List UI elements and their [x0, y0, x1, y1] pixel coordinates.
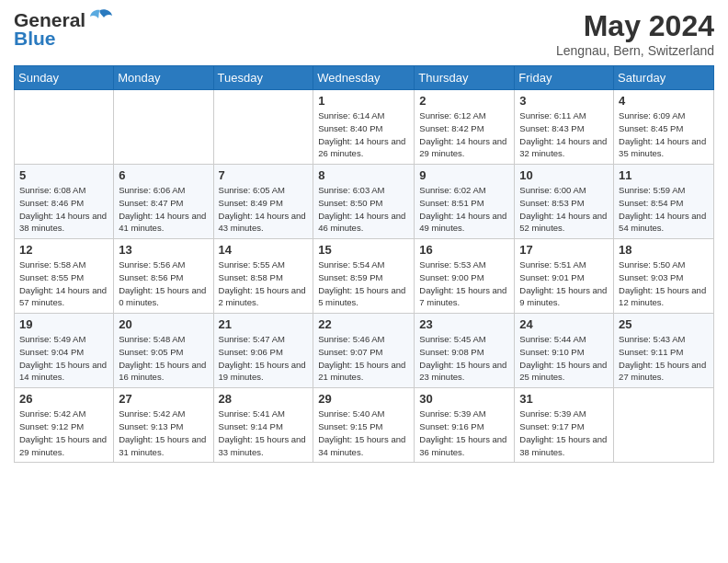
day-number: 4 [619, 94, 709, 108]
day-number: 5 [19, 168, 108, 182]
day-cell [114, 90, 213, 165]
day-info: Sunrise: 5:47 AMSunset: 9:06 PMDaylight:… [219, 333, 309, 384]
day-number: 3 [519, 94, 609, 108]
day-number: 12 [19, 243, 108, 257]
day-number: 18 [619, 243, 709, 257]
day-info: Sunrise: 6:08 AMSunset: 8:46 PMDaylight:… [19, 184, 108, 235]
day-info: Sunrise: 5:43 AMSunset: 9:11 PMDaylight:… [619, 333, 709, 384]
day-cell: 3Sunrise: 6:11 AMSunset: 8:43 PMDaylight… [515, 90, 614, 165]
day-cell: 25Sunrise: 5:43 AMSunset: 9:11 PMDayligh… [614, 314, 714, 388]
day-number: 29 [318, 392, 409, 406]
week-row-2: 5Sunrise: 6:08 AMSunset: 8:46 PMDaylight… [15, 165, 714, 239]
day-number: 24 [519, 317, 609, 331]
day-cell: 22Sunrise: 5:46 AMSunset: 9:07 PMDayligh… [313, 314, 415, 388]
day-number: 8 [318, 168, 409, 182]
day-info: Sunrise: 5:51 AMSunset: 9:01 PMDaylight:… [519, 259, 609, 309]
day-info: Sunrise: 5:48 AMSunset: 9:05 PMDaylight:… [119, 333, 208, 384]
day-number: 6 [119, 168, 208, 182]
day-number: 14 [219, 243, 309, 257]
day-cell: 9Sunrise: 6:02 AMSunset: 8:51 PMDaylight… [415, 165, 515, 239]
day-info: Sunrise: 6:03 AMSunset: 8:50 PMDaylight:… [318, 184, 409, 235]
day-number: 23 [419, 317, 509, 331]
day-cell: 28Sunrise: 5:41 AMSunset: 9:14 PMDayligh… [213, 388, 313, 463]
day-info: Sunrise: 5:56 AMSunset: 8:56 PMDaylight:… [119, 259, 208, 309]
col-header-sunday: Sunday [15, 66, 114, 90]
day-info: Sunrise: 5:46 AMSunset: 9:07 PMDaylight:… [318, 333, 409, 384]
day-cell: 31Sunrise: 5:39 AMSunset: 9:17 PMDayligh… [515, 388, 614, 463]
day-info: Sunrise: 5:42 AMSunset: 9:12 PMDaylight:… [19, 408, 108, 458]
week-row-4: 19Sunrise: 5:49 AMSunset: 9:04 PMDayligh… [15, 314, 714, 388]
day-info: Sunrise: 5:50 AMSunset: 9:03 PMDaylight:… [619, 259, 709, 309]
day-info: Sunrise: 6:11 AMSunset: 8:43 PMDaylight:… [519, 109, 609, 160]
day-number: 17 [519, 243, 609, 257]
day-info: Sunrise: 5:55 AMSunset: 8:58 PMDaylight:… [219, 259, 309, 309]
day-cell: 24Sunrise: 5:44 AMSunset: 9:10 PMDayligh… [515, 314, 614, 388]
day-cell: 12Sunrise: 5:58 AMSunset: 8:55 PMDayligh… [15, 239, 114, 314]
day-cell: 18Sunrise: 5:50 AMSunset: 9:03 PMDayligh… [614, 239, 714, 314]
day-cell: 14Sunrise: 5:55 AMSunset: 8:58 PMDayligh… [213, 239, 313, 314]
day-cell: 7Sunrise: 6:05 AMSunset: 8:49 PMDaylight… [213, 165, 313, 239]
day-number: 22 [318, 317, 409, 331]
day-info: Sunrise: 5:49 AMSunset: 9:04 PMDaylight:… [19, 333, 108, 384]
day-number: 19 [19, 317, 108, 331]
title-block: May 2024 Lengnau, Bern, Switzerland [556, 9, 714, 58]
day-cell: 2Sunrise: 6:12 AMSunset: 8:42 PMDaylight… [415, 90, 515, 165]
day-cell [213, 90, 313, 165]
day-number: 13 [119, 243, 208, 257]
day-number: 2 [419, 94, 509, 108]
day-cell: 23Sunrise: 5:45 AMSunset: 9:08 PMDayligh… [415, 314, 515, 388]
day-cell: 20Sunrise: 5:48 AMSunset: 9:05 PMDayligh… [114, 314, 213, 388]
day-info: Sunrise: 6:06 AMSunset: 8:47 PMDaylight:… [119, 184, 208, 235]
day-cell: 4Sunrise: 6:09 AMSunset: 8:45 PMDaylight… [614, 90, 714, 165]
col-header-saturday: Saturday [614, 66, 714, 90]
day-number: 15 [318, 243, 409, 257]
day-cell: 13Sunrise: 5:56 AMSunset: 8:56 PMDayligh… [114, 239, 213, 314]
day-number: 9 [419, 168, 509, 182]
day-cell: 21Sunrise: 5:47 AMSunset: 9:06 PMDayligh… [213, 314, 313, 388]
week-row-3: 12Sunrise: 5:58 AMSunset: 8:55 PMDayligh… [15, 239, 714, 314]
day-cell: 27Sunrise: 5:42 AMSunset: 9:13 PMDayligh… [114, 388, 213, 463]
col-header-friday: Friday [515, 66, 614, 90]
day-number: 27 [119, 392, 208, 406]
day-info: Sunrise: 6:09 AMSunset: 8:45 PMDaylight:… [619, 109, 709, 160]
day-cell: 17Sunrise: 5:51 AMSunset: 9:01 PMDayligh… [515, 239, 614, 314]
day-info: Sunrise: 6:02 AMSunset: 8:51 PMDaylight:… [419, 184, 509, 235]
col-header-thursday: Thursday [415, 66, 515, 90]
day-cell: 15Sunrise: 5:54 AMSunset: 8:59 PMDayligh… [313, 239, 415, 314]
day-number: 25 [619, 317, 709, 331]
day-number: 1 [318, 94, 409, 108]
day-number: 10 [519, 168, 609, 182]
calendar-table: SundayMondayTuesdayWednesdayThursdayFrid… [14, 65, 714, 463]
day-cell [15, 90, 114, 165]
col-header-wednesday: Wednesday [313, 66, 415, 90]
day-info: Sunrise: 6:12 AMSunset: 8:42 PMDaylight:… [419, 109, 509, 160]
logo-blue-text: Blue [14, 28, 56, 50]
location: Lengnau, Bern, Switzerland [556, 43, 714, 58]
col-header-tuesday: Tuesday [213, 66, 313, 90]
day-number: 30 [419, 392, 509, 406]
logo: General Blue [14, 9, 113, 50]
day-cell: 8Sunrise: 6:03 AMSunset: 8:50 PMDaylight… [313, 165, 415, 239]
day-info: Sunrise: 6:00 AMSunset: 8:53 PMDaylight:… [519, 184, 609, 235]
day-number: 16 [419, 243, 509, 257]
page: General Blue May 2024 Lengnau, Bern, Swi… [0, 0, 728, 477]
calendar-header-row: SundayMondayTuesdayWednesdayThursdayFrid… [15, 66, 714, 90]
day-cell: 29Sunrise: 5:40 AMSunset: 9:15 PMDayligh… [313, 388, 415, 463]
day-info: Sunrise: 5:54 AMSunset: 8:59 PMDaylight:… [318, 259, 409, 309]
logo-bird-icon [87, 8, 113, 29]
day-number: 11 [619, 168, 709, 182]
day-number: 7 [219, 168, 309, 182]
day-info: Sunrise: 5:44 AMSunset: 9:10 PMDaylight:… [519, 333, 609, 384]
day-cell: 11Sunrise: 5:59 AMSunset: 8:54 PMDayligh… [614, 165, 714, 239]
day-info: Sunrise: 5:39 AMSunset: 9:17 PMDaylight:… [519, 408, 609, 458]
day-info: Sunrise: 5:40 AMSunset: 9:15 PMDaylight:… [318, 408, 409, 458]
day-number: 21 [219, 317, 309, 331]
day-info: Sunrise: 5:42 AMSunset: 9:13 PMDaylight:… [119, 408, 208, 458]
day-info: Sunrise: 5:39 AMSunset: 9:16 PMDaylight:… [419, 408, 509, 458]
day-cell: 26Sunrise: 5:42 AMSunset: 9:12 PMDayligh… [15, 388, 114, 463]
day-number: 31 [519, 392, 609, 406]
day-info: Sunrise: 6:14 AMSunset: 8:40 PMDaylight:… [318, 109, 409, 160]
day-info: Sunrise: 5:59 AMSunset: 8:54 PMDaylight:… [619, 184, 709, 235]
day-info: Sunrise: 5:45 AMSunset: 9:08 PMDaylight:… [419, 333, 509, 384]
day-info: Sunrise: 5:41 AMSunset: 9:14 PMDaylight:… [219, 408, 309, 458]
